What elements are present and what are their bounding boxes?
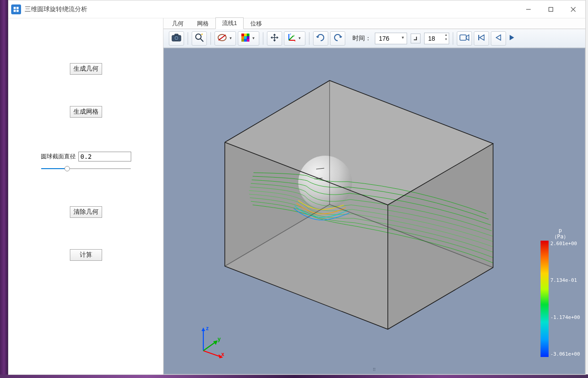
first-frame-button[interactable] <box>474 31 489 46</box>
svg-text:x: x <box>221 351 224 357</box>
rotate-right-button[interactable] <box>330 31 345 46</box>
clip-icon <box>217 33 227 44</box>
svg-text:z: z <box>206 326 209 331</box>
svg-rect-1 <box>17 7 19 9</box>
window-controls <box>517 0 584 18</box>
diameter-input[interactable] <box>78 152 131 161</box>
colormap-icon <box>241 33 250 44</box>
skip-back-icon <box>478 34 485 43</box>
camera-icon <box>172 34 181 43</box>
svg-line-51 <box>203 351 221 357</box>
svg-rect-17 <box>244 34 247 36</box>
svg-rect-9 <box>175 34 178 36</box>
axis-orientation-dropdown[interactable]: zxy ▼ <box>284 31 305 46</box>
tab-streamline[interactable]: 流线1 <box>215 17 244 29</box>
svg-point-12 <box>196 34 201 39</box>
sidebar: 生成几何 生成网格 圆球截面直径 清除几何 计算 <box>9 18 163 374</box>
svg-text:z: z <box>290 33 291 35</box>
diameter-slider[interactable] <box>41 165 131 172</box>
diameter-label: 圆球截面直径 <box>41 153 76 161</box>
zoom-button[interactable] <box>192 31 207 46</box>
tab-geometry[interactable]: 几何 <box>165 18 190 29</box>
maximize-button[interactable] <box>540 0 562 18</box>
legend-unit: （Pa） <box>552 234 569 240</box>
titlebar: 三维圆球旋转绕流分析 <box>9 0 585 18</box>
legend-v3: -1.174e+00 <box>550 314 580 320</box>
minimize-button[interactable] <box>517 0 540 18</box>
colormap-dropdown[interactable]: ▼ <box>238 31 259 46</box>
svg-rect-34 <box>414 39 416 40</box>
camcorder-icon <box>459 34 469 43</box>
svg-point-11 <box>176 37 178 39</box>
play-back-button[interactable] <box>491 31 506 46</box>
screenshot-button[interactable] <box>169 31 184 46</box>
time-select[interactable]: 176 <box>375 33 407 44</box>
svg-line-15 <box>219 35 226 40</box>
toolbar: ▼ ▼ <box>163 29 585 48</box>
svg-text:y: y <box>293 34 295 37</box>
rotate-left-button[interactable] <box>313 31 328 46</box>
chevron-down-icon: ▼ <box>298 36 301 40</box>
svg-rect-24 <box>247 39 249 42</box>
play-icon <box>509 34 515 43</box>
tab-mesh[interactable]: 网格 <box>190 18 215 29</box>
svg-rect-22 <box>241 39 244 42</box>
svg-point-43 <box>298 156 352 209</box>
rotate-ccw-icon <box>316 33 326 44</box>
move-icon <box>270 33 279 44</box>
legend-bar <box>541 241 549 357</box>
play-reverse-icon <box>495 34 502 43</box>
window-title: 三维圆球旋转绕流分析 <box>25 5 87 13</box>
svg-rect-2 <box>13 9 16 12</box>
legend-max: 2.601e+00 <box>550 241 580 246</box>
generate-mesh-button[interactable]: 生成网格 <box>70 106 102 118</box>
app-window: 三维圆球旋转绕流分析 生成几何 生成网格 圆球截面直径 清除几何 <box>8 0 586 375</box>
color-legend: p （Pa） 2.601e+00 7.134e-01 -1.174e+00 -3… <box>540 227 580 357</box>
compute-button[interactable]: 计算 <box>70 249 102 261</box>
svg-rect-19 <box>241 36 244 39</box>
record-button[interactable] <box>457 31 472 46</box>
time-value: 176 <box>379 35 389 42</box>
content-area: 几何 网格 流线1 位移 <box>163 18 585 374</box>
svg-rect-0 <box>13 7 16 9</box>
svg-line-13 <box>201 39 203 42</box>
rotate-cw-icon <box>333 33 343 44</box>
time-label: 时间： <box>352 34 371 42</box>
axis-icon: zxy <box>287 33 296 44</box>
svg-rect-18 <box>247 34 249 36</box>
svg-line-52 <box>203 342 216 351</box>
legend-min: -3.061e+00 <box>550 351 580 357</box>
chevron-down-icon: ▼ <box>252 36 255 40</box>
legend-v2: 7.134e-01 <box>550 277 580 283</box>
svg-text:y: y <box>218 336 221 342</box>
svg-rect-35 <box>460 35 466 40</box>
drag-handle-icon[interactable]: ⠿ <box>373 367 377 372</box>
axis-gizmo: z y x <box>195 326 227 359</box>
magnifier-icon <box>194 33 204 44</box>
svg-text:x: x <box>294 39 296 42</box>
tabs: 几何 网格 流线1 位移 <box>163 18 585 29</box>
pan-button[interactable] <box>267 31 282 46</box>
svg-rect-23 <box>244 39 247 42</box>
legend-variable: p <box>558 227 562 234</box>
viewport[interactable]: z y x p （Pa） 2.601e+00 7.1 <box>163 48 585 374</box>
clear-geometry-button[interactable]: 清除几何 <box>70 206 102 218</box>
svg-rect-3 <box>17 9 19 12</box>
frame-spinner[interactable]: 18 <box>424 33 449 44</box>
chevron-down-icon: ▼ <box>229 36 232 40</box>
time-end-button[interactable] <box>411 34 421 43</box>
close-button[interactable] <box>562 0 584 18</box>
svg-rect-16 <box>241 34 244 36</box>
clip-dropdown[interactable]: ▼ <box>215 31 236 46</box>
generate-geometry-button[interactable]: 生成几何 <box>70 63 102 75</box>
play-forward-button[interactable] <box>508 31 516 46</box>
tab-displacement[interactable]: 位移 <box>244 18 269 29</box>
svg-rect-21 <box>247 36 249 39</box>
app-icon <box>11 4 21 14</box>
svg-line-29 <box>289 36 293 40</box>
frame-value: 18 <box>428 35 435 42</box>
svg-rect-20 <box>244 36 247 39</box>
svg-rect-5 <box>549 8 553 12</box>
